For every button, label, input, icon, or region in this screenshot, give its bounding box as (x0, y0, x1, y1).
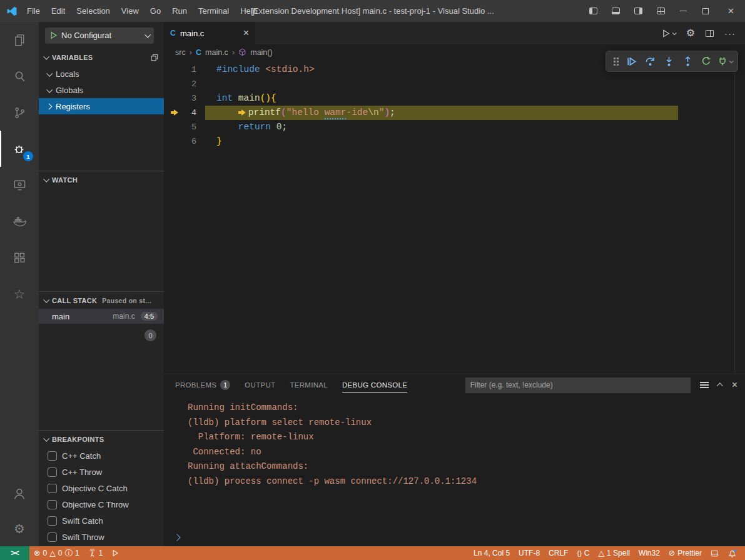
menu-edit[interactable]: Edit (46, 0, 71, 22)
status-debug-session[interactable] (107, 546, 123, 560)
checkbox[interactable] (48, 500, 57, 509)
code-line-3[interactable]: 3int main(){ (164, 91, 745, 106)
status-eol[interactable]: CRLF (544, 546, 572, 560)
editor-scrollbar[interactable] (734, 60, 735, 373)
breakpoint-c-catch[interactable]: C++ Catch (39, 448, 164, 464)
menu-help[interactable]: Help (235, 0, 263, 22)
menu-selection[interactable]: Selection (71, 0, 115, 22)
code-line-6[interactable]: 6} (164, 134, 745, 149)
breakpoint-objective-c-throw[interactable]: Objective C Throw (39, 496, 164, 512)
maximize-panel-icon[interactable] (718, 383, 722, 388)
split-editor-icon[interactable] (706, 30, 714, 37)
disconnect-button[interactable] (716, 52, 734, 70)
close-panel-icon[interactable]: × (732, 380, 737, 390)
checkbox[interactable] (48, 516, 57, 526)
checkbox[interactable] (48, 451, 57, 461)
activity-settings[interactable]: ⚙ (0, 511, 39, 546)
tab-main-c[interactable]: C main.c × (164, 22, 255, 44)
maximize-icon[interactable] (694, 0, 717, 22)
menu-run[interactable]: Run (166, 0, 193, 22)
panel-tab-output[interactable]: OUTPUT (245, 374, 275, 396)
stack-frame-row[interactable]: main main.c 4:5 (39, 309, 164, 324)
panel-tab-debug-console[interactable]: DEBUG CONSOLE (342, 374, 407, 396)
search-icon (13, 69, 27, 84)
activity-remote-explorer[interactable] (0, 167, 39, 203)
debug-console-input[interactable] (164, 529, 745, 546)
close-window-icon[interactable]: × (717, 0, 745, 22)
activity-extensions[interactable] (0, 239, 39, 276)
breakpoint-swift-catch[interactable]: Swift Catch (39, 512, 164, 529)
minimize-icon[interactable] (672, 0, 694, 22)
status-encoding[interactable]: UTF-8 (514, 546, 544, 560)
continue-button[interactable] (622, 52, 641, 70)
code-line-5[interactable]: 5 return 0; (164, 120, 745, 134)
step-into-button[interactable] (659, 52, 678, 70)
collapse-all-icon[interactable] (150, 53, 159, 62)
toggle-panel-icon[interactable] (604, 0, 627, 22)
panel-tab-problems[interactable]: PROBLEMS1 (175, 374, 230, 396)
run-file-icon[interactable] (661, 29, 676, 38)
debug-console-output[interactable]: Running initCommands:(lldb) platform sel… (164, 396, 745, 529)
gutter[interactable]: 4 (164, 106, 205, 120)
status-problems[interactable]: ⊗0△0ⓘ1 (29, 546, 84, 560)
activity-search[interactable] (0, 58, 39, 94)
code-line-2[interactable]: 2 (164, 77, 745, 91)
menu-view[interactable]: View (116, 0, 144, 22)
activity-run-and-debug[interactable]: 1 (0, 131, 39, 167)
toggle-sidebar-icon[interactable] (582, 0, 604, 22)
breakpoint-swift-throw[interactable]: Swift Throw (39, 529, 164, 545)
customize-layout-icon[interactable] (649, 0, 672, 22)
drag-handle-button[interactable] (609, 52, 622, 70)
tab-close-icon[interactable]: × (243, 28, 249, 38)
status-prettier[interactable]: ⊘Prettier (664, 546, 706, 560)
activity-source-control[interactable] (0, 94, 39, 131)
gutter[interactable]: 3 (164, 91, 205, 106)
console-filter-input[interactable] (465, 378, 691, 393)
status-platform[interactable]: Win32 (634, 546, 664, 560)
gutter[interactable]: 5 (164, 120, 205, 134)
gutter[interactable]: 2 (164, 77, 205, 91)
settings-gear-icon[interactable]: ⚙ (686, 28, 695, 38)
filter-lines-icon[interactable] (700, 384, 709, 386)
status-cursor-position[interactable]: Ln 4, Col 5 (469, 546, 514, 560)
breadcrumb-item-src[interactable]: src (175, 48, 186, 57)
status-language-mode[interactable]: {}C (572, 546, 594, 560)
variables-header[interactable]: VARIABLES (39, 49, 164, 66)
step-over-button[interactable] (641, 52, 659, 70)
activity-explorer[interactable] (0, 22, 39, 58)
variables-item-registers[interactable]: Registers (39, 98, 164, 114)
code-line-4[interactable]: 4 printf("hello wamr-ide\n"); (164, 106, 745, 120)
checkbox[interactable] (48, 484, 57, 493)
activity-accounts[interactable] (0, 476, 39, 511)
gutter[interactable]: 1 (164, 62, 205, 77)
breakpoint-c-throw[interactable]: C++ Throw (39, 464, 164, 480)
status-layout[interactable] (706, 546, 723, 560)
watch-header[interactable]: WATCH (39, 171, 164, 188)
gutter[interactable]: 6 (164, 134, 205, 149)
toggle-secondary-sidebar-icon[interactable] (627, 0, 649, 22)
checkbox[interactable] (48, 532, 57, 542)
status-ports-forwarded[interactable]: 1 (84, 546, 108, 560)
variables-item-globals[interactable]: Globals (39, 82, 164, 98)
call-stack-header[interactable]: CALL STACK Paused on st... (39, 292, 164, 309)
debug-config-dropdown[interactable]: No Configurat (45, 28, 154, 44)
activity-docker[interactable] (0, 203, 39, 239)
more-actions-icon[interactable]: ··· (724, 29, 736, 38)
variables-item-locals[interactable]: Locals (39, 66, 164, 82)
status-notifications[interactable] (723, 546, 741, 560)
menu-go[interactable]: Go (144, 0, 166, 22)
breakpoints-header[interactable]: BREAKPOINTS (39, 431, 164, 448)
breakpoint-objective-c-catch[interactable]: Objective C Catch (39, 480, 164, 496)
remote-indicator[interactable]: >< (0, 546, 29, 560)
breadcrumb-item-main[interactable]: main() (250, 48, 272, 57)
restart-button[interactable] (697, 52, 716, 70)
breadcrumb-item-main-c[interactable]: main.c (205, 48, 228, 57)
step-out-button[interactable] (678, 52, 697, 70)
status-spell-checker[interactable]: △1 Spell (594, 546, 634, 560)
activity-favorites[interactable]: ☆ (0, 276, 39, 312)
menu-terminal[interactable]: Terminal (193, 0, 235, 22)
code-editor[interactable]: 1#include <stdio.h>23int main(){4 printf… (164, 60, 745, 374)
panel-tab-terminal[interactable]: TERMINAL (290, 374, 328, 396)
menu-file[interactable]: File (21, 0, 46, 22)
checkbox[interactable] (48, 468, 57, 477)
